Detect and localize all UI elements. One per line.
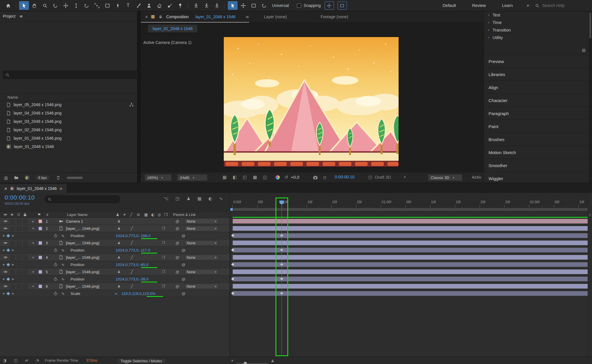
delete-item-button[interactable] bbox=[56, 175, 60, 180]
gizmo-scale-button[interactable] bbox=[249, 1, 258, 10]
parent-dropdown[interactable]: None▾ bbox=[184, 284, 219, 289]
axis-world-button[interactable] bbox=[201, 1, 211, 10]
project-panel-title[interactable]: Project bbox=[3, 14, 16, 19]
panel-align[interactable]: Align bbox=[484, 81, 592, 94]
draft-3d-toggle[interactable]: ◳ bbox=[175, 196, 180, 201]
shy-switch[interactable]: ♟ bbox=[117, 225, 121, 232]
keyframe-navigator[interactable]: ◀▶ bbox=[2, 247, 14, 254]
snapshot-camera-icon[interactable] bbox=[313, 175, 318, 180]
layer-visibility-toggle[interactable] bbox=[3, 283, 8, 290]
toggle-switches-modes-button[interactable]: Toggle Switches / Modes bbox=[117, 357, 166, 364]
next-keyframe-icon[interactable]: ▶ bbox=[12, 249, 14, 252]
graph-editor-toggle[interactable]: ∿ bbox=[219, 196, 223, 201]
work-area-in-marker[interactable] bbox=[230, 208, 233, 211]
draft-3d-label[interactable]: Draft 3D bbox=[375, 175, 391, 180]
orbit-camera-tool[interactable] bbox=[50, 1, 60, 10]
parent-link-column-header[interactable]: Parent & Link bbox=[173, 212, 196, 217]
pan-behind-anchor-tool[interactable] bbox=[92, 1, 102, 10]
keyframe-at-time-icon[interactable] bbox=[6, 263, 10, 267]
property-pickwhip-icon[interactable]: @ bbox=[182, 232, 186, 239]
layer-expander[interactable]: ▾ bbox=[32, 239, 34, 246]
lock-icon[interactable] bbox=[159, 11, 162, 22]
axis-view-button[interactable] bbox=[212, 1, 222, 10]
parent-dropdown[interactable]: None▾ bbox=[184, 219, 219, 224]
layer-expander[interactable]: ▸ bbox=[32, 218, 34, 225]
parent-pickwhip-icon[interactable]: @ bbox=[175, 239, 179, 246]
toggle-switches-pane-icon[interactable]: ◨ bbox=[3, 358, 6, 363]
layer-expander[interactable]: ▾ bbox=[32, 283, 34, 290]
timeline-layer-row[interactable]: ▾3[layer_... 1546.png]♟╱❒@None▾ bbox=[0, 239, 592, 247]
gizmo-selection-button[interactable] bbox=[228, 1, 238, 10]
comp-marker-button[interactable]: ◱ bbox=[589, 213, 591, 216]
active-camera-button-clipped[interactable]: Activ bbox=[472, 175, 481, 180]
3d-column-icon[interactable]: ❒ bbox=[164, 212, 168, 217]
shy-switch[interactable]: ♟ bbox=[117, 283, 121, 290]
gizmo-position-button[interactable] bbox=[238, 1, 248, 10]
solo-toggle-slot[interactable] bbox=[17, 284, 21, 289]
close-icon[interactable]: × bbox=[145, 11, 148, 22]
right-panel-scrollbar[interactable] bbox=[589, 11, 592, 182]
horizontal-scrollbar-thumb[interactable] bbox=[67, 177, 83, 179]
timeline-property-row[interactable]: ◀▶∿Position1024,0,773,0,-39,0@ bbox=[0, 276, 592, 283]
frame-blend-column-icon[interactable]: ▦ bbox=[144, 212, 148, 217]
graph-icon[interactable]: ∿ bbox=[61, 290, 64, 297]
project-name-column-header[interactable]: Name bbox=[0, 93, 137, 101]
pixel-aspect-icon[interactable]: ◫ bbox=[263, 175, 267, 180]
quality-column-icon[interactable]: ╱ bbox=[130, 212, 132, 217]
property-pickwhip-icon[interactable]: @ bbox=[182, 290, 186, 297]
3d-layer-switch[interactable]: ❒ bbox=[162, 239, 165, 246]
fx-column-icon[interactable]: fx bbox=[137, 212, 140, 217]
parent-pickwhip-icon[interactable]: @ bbox=[175, 254, 179, 261]
quality-switch[interactable]: ╱ bbox=[131, 283, 133, 290]
stopwatch-icon[interactable] bbox=[54, 232, 58, 239]
layer-name[interactable]: Camera 1 bbox=[66, 218, 83, 225]
keyframe-at-time-icon[interactable] bbox=[6, 248, 10, 252]
puppet-pin-tool[interactable] bbox=[175, 1, 185, 10]
frame-blend-toggle[interactable]: ▦ bbox=[197, 196, 201, 201]
tab-footage[interactable]: Footage (none) bbox=[321, 11, 348, 22]
eraser-tool[interactable] bbox=[154, 1, 164, 10]
label-color-swatch[interactable] bbox=[38, 270, 42, 274]
tab-composition-name[interactable]: layer_01_2048 x 1546 bbox=[195, 11, 236, 22]
property-value[interactable]: 1024,0,773,0,-39,0 bbox=[116, 276, 148, 282]
panel-motion-sketch[interactable]: Motion Sketch bbox=[484, 146, 592, 159]
lock-toggle-slot[interactable] bbox=[23, 284, 28, 289]
interpret-footage-button[interactable]: ▥ bbox=[4, 175, 8, 180]
panel-smoother[interactable]: Smoother bbox=[484, 159, 592, 172]
show-channel-icon[interactable] bbox=[323, 175, 327, 180]
previous-keyframe-icon[interactable]: ◀ bbox=[2, 292, 4, 295]
clone-stamp-tool[interactable] bbox=[144, 1, 154, 10]
label-color-swatch[interactable] bbox=[38, 284, 42, 288]
timeline-search-input[interactable] bbox=[53, 197, 117, 202]
quality-switch[interactable]: ╱ bbox=[131, 254, 133, 261]
project-item[interactable]: layer_04_2048 x 1546.png bbox=[0, 109, 137, 117]
type-tool[interactable]: T bbox=[123, 1, 133, 10]
property-value[interactable]: 119,0,119,0,119,0% bbox=[121, 290, 156, 297]
mini-flowchart-icon[interactable]: ⌥ bbox=[164, 196, 169, 201]
timeline-zoom-slider[interactable] bbox=[236, 360, 268, 364]
layer-expander[interactable]: ▾ bbox=[32, 254, 34, 261]
exposure-value[interactable]: +0,0 bbox=[291, 175, 299, 180]
keyframe-navigator[interactable]: ◀▶ bbox=[2, 290, 14, 297]
collapse-column-icon[interactable]: ☀ bbox=[123, 212, 126, 217]
project-item[interactable]: layer_01_2048 x 1546 bbox=[0, 143, 137, 151]
transparency-grid-icon[interactable]: ▩ bbox=[253, 175, 257, 180]
pan-camera-tool[interactable] bbox=[61, 1, 71, 10]
audio-toggle-slot[interactable] bbox=[10, 284, 15, 289]
timeline-property-row[interactable]: ◀▶∿Scale∞119,0,119,0,119,0%@ bbox=[0, 290, 592, 297]
panel-menu-icon[interactable]: ≡ bbox=[20, 14, 23, 19]
tab-composition[interactable]: Composition bbox=[166, 11, 189, 22]
timeline-tab[interactable]: × layer_01_2048 x 1546 ≡ bbox=[0, 184, 67, 193]
project-item[interactable]: layer_03_2048 x 1546.png bbox=[0, 117, 137, 126]
selection-tool[interactable] bbox=[19, 1, 29, 10]
label-color-swatch[interactable] bbox=[38, 241, 42, 245]
home-tool[interactable] bbox=[3, 1, 13, 10]
panel-collapsed-transition[interactable]: ›Transition bbox=[484, 26, 592, 34]
timeline-search[interactable] bbox=[45, 195, 120, 203]
timeline-property-row[interactable]: ◀▶∿Position1024,0,773,0,-166,0@ bbox=[0, 232, 592, 239]
property-name[interactable]: Position bbox=[71, 276, 84, 282]
graph-icon[interactable]: ∿ bbox=[61, 276, 64, 282]
toggle-inout-pane-icon[interactable]: ⇄ bbox=[25, 358, 28, 363]
zoom-out-icon[interactable]: ▲ bbox=[231, 357, 233, 364]
color-depth-button[interactable]: 8 bpc bbox=[36, 175, 50, 181]
